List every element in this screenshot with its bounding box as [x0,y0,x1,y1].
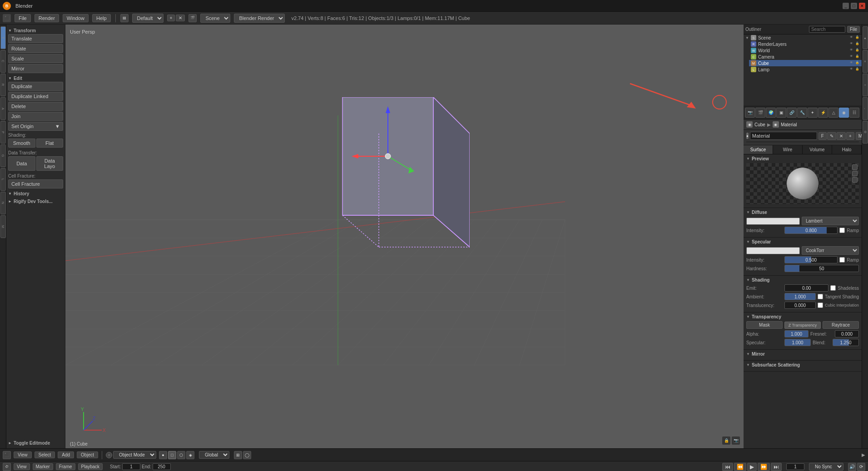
spec-trans-slider[interactable]: 1.000 [784,339,811,346]
window-menu[interactable]: Window [63,14,89,22]
diffuse-shader-select[interactable]: Lambert [802,217,859,225]
outliner-search[interactable] [809,26,845,33]
viewport-lock-icon[interactable]: 🔒 [722,436,730,445]
material-data-btn[interactable]: Material [856,132,862,140]
w-vis-2[interactable]: 🔒 [855,48,860,53]
tab-physics[interactable]: P [0,121,6,144]
edit-section-title[interactable]: Edit [8,76,63,81]
screen-layout-icon[interactable]: ▤ [120,14,129,22]
next-frame-btn[interactable]: ⏩ [758,463,770,471]
props-object-btn[interactable]: ▣ [776,108,786,118]
data-layo-button[interactable]: Data Layo [36,156,64,171]
cell-fracture-button[interactable]: Cell Fracture [8,179,63,188]
outliner-scene[interactable]: ▼ S Scene 👁 🔒 [744,35,862,41]
vis-icon-1[interactable]: 👁 [850,35,854,40]
tab-layers[interactable]: L [0,168,6,191]
smooth-button[interactable]: Smooth [8,139,35,148]
material-new-btn[interactable]: + [846,132,854,140]
preview-section-title[interactable]: Preview [746,156,859,161]
diffuse-title[interactable]: Diffuse [746,210,859,215]
tab-halo[interactable]: Halo [832,145,862,154]
object-menu-btn[interactable]: Object [77,451,98,458]
tab-wire[interactable]: Wire [773,145,803,154]
cube-vis-2[interactable]: 🔒 [855,61,860,65]
renderer-select[interactable]: Blender Render [234,14,285,23]
texture-view-icon[interactable]: ◈ [186,451,194,459]
specular-shader-select[interactable]: CookTorr [802,246,859,255]
outliner-view-menu[interactable]: File [847,26,860,33]
props-render-btn[interactable]: 📷 [745,108,755,118]
tab-animation[interactable]: A [0,97,6,120]
rendered-view-icon[interactable]: ⬡ [177,451,185,459]
mask-button[interactable]: Mask [746,321,783,329]
w-vis-1[interactable]: 👁 [850,48,854,53]
preview-sky-btn[interactable] [852,171,858,176]
tab-misc[interactable]: M [0,215,6,238]
preview-flat-btn[interactable] [852,164,858,170]
diffuse-color-swatch[interactable] [746,218,800,225]
raytrace-button[interactable]: Raytrace [823,321,859,329]
add-menu-btn[interactable]: Add [58,451,74,458]
spec-ramp-check[interactable] [839,257,845,263]
material-name-input[interactable] [750,132,817,140]
timeline-playback-btn[interactable]: Playback [78,463,103,470]
current-frame-input[interactable] [786,463,804,470]
specular-color-swatch[interactable] [746,247,800,254]
timeline-view-btn[interactable]: View [14,463,30,470]
cam-vis-2[interactable]: 🔒 [855,55,860,59]
scale-button[interactable]: Scale [8,54,63,63]
flat-button[interactable]: Flat [36,139,64,148]
play-btn[interactable]: ▶ [747,463,757,471]
data-button[interactable]: Data [8,156,35,171]
tab-grease-pencil[interactable]: G [0,144,6,167]
set-origin-button[interactable]: Set Origin ▼ [8,122,63,131]
delete-button[interactable]: Delete [8,102,63,111]
props-material-btn[interactable]: ◉ [839,108,849,118]
close-button[interactable]: ✕ [859,3,865,9]
cubic-check[interactable] [818,302,823,308]
material-edit-btn[interactable]: ✎ [827,132,836,140]
lamp-vis-1[interactable]: 👁 [850,67,854,72]
sync-select[interactable]: No Sync [809,463,843,471]
screen-del-button[interactable]: ✕ [176,15,185,21]
tab-relations[interactable]: R [0,74,6,96]
object-mode-select[interactable]: Object Mode [113,451,156,459]
outliner-camera[interactable]: C Camera 👁 🔒 [749,54,862,60]
blend-slider[interactable]: 1.250 [833,339,859,346]
viewport-3d[interactable]: User Persp [65,25,744,448]
outliner-renderlayers[interactable]: R RenderLayers 👁 🔒 [749,41,862,47]
screen-add-button[interactable]: + [167,15,175,21]
translucency-slider[interactable]: 0.000 [784,302,816,309]
tab-volume[interactable]: Volume [803,145,832,154]
timeline-marker-btn[interactable]: Marker [33,463,53,470]
rl-vis-2[interactable]: 🔒 [855,42,860,46]
z-transparency-button[interactable]: Z Transparency [784,322,821,329]
wire-view-icon[interactable]: □ [168,451,176,459]
viewport-camera-icon[interactable]: 📷 [732,436,740,445]
scene-select[interactable]: Scene [200,14,230,23]
timeline-type-icon[interactable]: ⏱ [3,463,11,471]
duplicate-linked-button[interactable]: Duplicate Linked [8,92,63,101]
prev-frame-btn[interactable]: ⏪ [734,463,746,471]
join-button[interactable]: Join [8,112,63,121]
viewport-type-icon[interactable]: ⬛ [3,451,11,459]
props-scene-btn[interactable]: 🎬 [755,108,765,118]
props-constraints-btn[interactable]: 🔗 [787,108,797,118]
skip-end-btn[interactable]: ⏭ [771,463,782,471]
spec-intensity-slider[interactable]: 0.500 [784,256,838,263]
proportional-icon[interactable]: ◯ [243,451,251,459]
props-world-btn[interactable]: 🌍 [766,108,776,118]
subsurface-title[interactable]: Subsurface Scattering [746,362,859,367]
diffuse-ramp-check[interactable] [839,228,845,233]
scene-icon[interactable]: 🎬 [188,14,197,22]
translate-button[interactable]: Translate [8,34,63,43]
specular-title[interactable]: Specular [746,239,859,244]
tab-surface[interactable]: Surface [744,145,773,154]
transform-section-title[interactable]: Transform [8,28,63,33]
select-menu-btn[interactable]: Select [35,451,55,458]
outliner-lamp[interactable]: L Lamp 👁 🔒 [749,66,862,73]
fresnel-slider[interactable]: 0.000 [835,330,859,337]
cube-vis-1[interactable]: 👁 [850,61,854,65]
emit-slider[interactable]: 0.00 [784,284,828,292]
tab-tools[interactable]: T [0,26,6,49]
